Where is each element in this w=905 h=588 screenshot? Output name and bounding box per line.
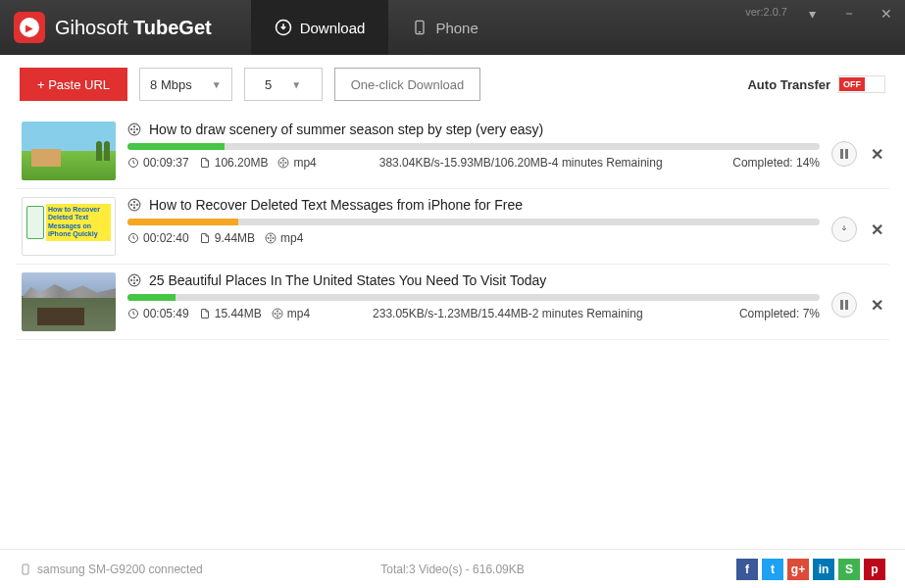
tab-bar: Download Phone — [251, 0, 502, 55]
svg-rect-44 — [840, 300, 843, 310]
duration: 00:02:40 — [143, 231, 189, 245]
clock-icon — [127, 232, 139, 244]
remove-button[interactable]: ✕ — [871, 145, 883, 164]
file-size: 15.44MB — [215, 307, 262, 320]
svg-point-34 — [133, 282, 135, 284]
svg-point-35 — [130, 279, 132, 281]
speed-dropdown[interactable]: 8 Mbps▼ — [139, 68, 232, 101]
social-links: ftg+inSp — [736, 559, 885, 580]
svg-point-14 — [280, 162, 282, 164]
svg-point-7 — [130, 128, 132, 130]
svg-point-29 — [268, 237, 270, 239]
film-reel-icon — [277, 157, 289, 169]
tab-download[interactable]: Download — [251, 0, 389, 55]
svg-point-33 — [136, 279, 138, 281]
svg-rect-45 — [845, 300, 848, 310]
svg-point-22 — [130, 204, 132, 206]
social-twitter-button[interactable]: t — [762, 559, 783, 580]
format: mp4 — [293, 156, 316, 170]
social-stumbleupon-button[interactable]: S — [838, 559, 860, 580]
toolbar: + Paste URL 8 Mbps▼ 5▼ One-click Downloa… — [0, 55, 905, 114]
svg-point-11 — [282, 160, 284, 162]
svg-point-13 — [282, 165, 284, 167]
format: mp4 — [287, 307, 310, 320]
svg-point-41 — [277, 316, 278, 318]
auto-transfer-toggle[interactable]: OFF — [838, 75, 885, 93]
svg-point-6 — [133, 131, 135, 133]
svg-rect-16 — [840, 149, 843, 159]
phone-icon — [412, 20, 427, 35]
svg-point-8 — [133, 128, 135, 130]
svg-rect-46 — [23, 564, 28, 574]
version-label: ver:2.0.7 — [745, 6, 787, 18]
file-icon — [199, 157, 211, 169]
download-button[interactable] — [831, 217, 857, 242]
film-reel-icon — [127, 273, 141, 287]
device-status: samsung SM-G9200 connected — [20, 563, 203, 576]
pause-button[interactable] — [831, 292, 857, 318]
phone-icon — [20, 564, 31, 575]
titlebar: Gihosoft TubeGet Download Phone ver:2.0.… — [0, 0, 905, 55]
remove-button[interactable]: ✕ — [871, 296, 883, 315]
format: mp4 — [280, 231, 303, 245]
download-list: How to draw scenery of summer season ste… — [0, 114, 905, 564]
svg-point-5 — [136, 128, 138, 130]
film-reel-icon — [127, 122, 141, 136]
speed-status: 233.05KB/s-1.23MB/15.44MB-2 minutes Rema… — [373, 307, 642, 320]
app-logo-icon — [14, 12, 45, 43]
clock-icon — [127, 157, 139, 169]
social-pinterest-button[interactable]: p — [864, 559, 885, 580]
tab-phone[interactable]: Phone — [388, 0, 501, 55]
svg-rect-17 — [845, 149, 848, 159]
auto-transfer: Auto Transfer OFF — [747, 75, 885, 93]
film-reel-icon — [127, 198, 141, 212]
social-google-plus-button[interactable]: g+ — [787, 559, 809, 580]
video-thumbnail — [22, 272, 116, 331]
svg-point-36 — [133, 279, 135, 281]
minimize-button[interactable]: － — [830, 0, 868, 27]
svg-point-23 — [133, 204, 135, 206]
svg-point-19 — [133, 201, 135, 203]
remove-button[interactable]: ✕ — [871, 220, 883, 239]
duration: 00:05:49 — [143, 307, 189, 320]
file-icon — [199, 308, 211, 319]
svg-point-42 — [274, 313, 276, 315]
video-title: 25 Beautiful Places In The United States… — [149, 272, 546, 288]
paste-url-button[interactable]: + Paste URL — [20, 68, 127, 101]
svg-point-32 — [133, 276, 135, 278]
one-click-download-button[interactable]: One-click Download — [334, 68, 481, 101]
footer: samsung SM-G9200 connected Total:3 Video… — [0, 549, 905, 588]
close-button[interactable]: ✕ — [868, 0, 905, 27]
pause-button[interactable] — [831, 141, 857, 167]
svg-point-20 — [136, 204, 138, 206]
svg-point-26 — [270, 235, 272, 237]
auto-transfer-label: Auto Transfer — [747, 77, 830, 92]
svg-point-30 — [270, 237, 272, 239]
video-thumbnail — [22, 197, 116, 256]
chevron-down-button[interactable]: ▾ — [793, 0, 830, 27]
clock-icon — [127, 308, 139, 319]
completed-status: Completed: 14% — [732, 156, 820, 170]
completed-status: Completed: 7% — [739, 307, 820, 320]
svg-point-39 — [277, 311, 278, 313]
file-size: 106.20MB — [215, 156, 269, 170]
video-thumbnail — [22, 122, 116, 180]
film-reel-icon — [272, 308, 283, 319]
file-size: 9.44MB — [215, 231, 255, 245]
progress-bar — [127, 143, 820, 150]
chevron-down-icon: ▼ — [291, 79, 301, 90]
progress-bar — [127, 294, 820, 301]
svg-point-21 — [133, 207, 135, 209]
svg-point-28 — [270, 240, 272, 242]
count-dropdown[interactable]: 5▼ — [244, 68, 323, 101]
svg-point-43 — [277, 313, 278, 315]
file-icon — [199, 232, 211, 244]
svg-point-27 — [273, 237, 275, 239]
social-facebook-button[interactable]: f — [736, 559, 758, 580]
chevron-down-icon: ▼ — [212, 79, 222, 90]
video-title: How to draw scenery of summer season ste… — [149, 122, 543, 137]
svg-point-4 — [133, 125, 135, 127]
tab-phone-label: Phone — [435, 20, 478, 36]
social-linkedin-button[interactable]: in — [813, 559, 834, 580]
app-brand: Gihosoft TubeGet — [55, 17, 212, 39]
